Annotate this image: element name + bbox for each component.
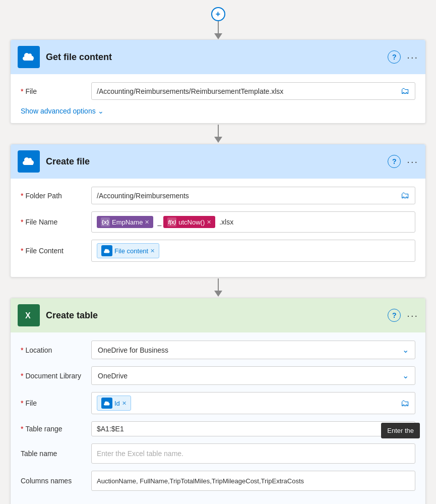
document-library-label: * Document Library [21, 372, 86, 380]
utcnow-label: utcNow() [178, 218, 205, 226]
table-name-placeholder: Enter the Excel table name. [97, 450, 183, 458]
table-range-input[interactable]: $A1:$E1 Enter the [91, 421, 415, 436]
file-content-close[interactable]: ✕ [150, 248, 155, 254]
columns-names-value: AuctionName, FullName,TripTotalMiles,Tri… [97, 477, 304, 485]
get-file-content-body: * File /Accounting/Reimbursements/Reimbu… [11, 74, 425, 123]
file-input[interactable]: /Accounting/Reimbursements/Reimbursement… [91, 82, 415, 100]
folder-path-label: * Folder Path [21, 192, 86, 200]
folder-path-folder-icon[interactable]: 🗂 [401, 190, 410, 201]
create-table-header: X Create table ? ··· [11, 298, 425, 332]
connector-2 [214, 277, 222, 298]
create-file-help-button[interactable]: ? [388, 155, 401, 168]
columns-names-input[interactable]: AuctionName, FullName,TripTotalMiles,Tri… [91, 471, 415, 491]
create-table-file-label: * File [21, 399, 86, 407]
columns-names-label: Columns names [21, 477, 86, 485]
columns-names-row: Columns names AuctionName, FullName,Trip… [21, 471, 415, 491]
file-folder-icon[interactable]: 🗂 [401, 86, 410, 96]
create-table-file-folder-icon[interactable]: 🗂 [401, 398, 410, 409]
file-content-row: * File Content File content ✕ [21, 240, 415, 262]
table-name-input[interactable]: Enter the Excel table name. [91, 443, 415, 464]
get-file-content-icon [18, 46, 40, 68]
add-step-top-button[interactable]: + [211, 7, 225, 21]
file-id-close[interactable]: ✕ [122, 400, 127, 407]
location-row: * Location OneDrive for Business ⌄ [21, 341, 415, 359]
file-id-tag[interactable]: Id ✕ [97, 396, 131, 411]
location-label: * Location [21, 346, 86, 354]
file-name-row: * File Name {x} EmpName ✕ _ f(x) utcNow(… [21, 211, 415, 233]
create-table-file-input[interactable]: Id ✕ 🗂 [91, 392, 415, 414]
create-table-file-row: * File Id ✕ 🗂 [21, 392, 415, 414]
create-file-body: * Folder Path /Accounting/Reimbursements… [11, 179, 425, 277]
filename-separator: _ [157, 218, 161, 226]
create-table-icon: X [18, 304, 40, 326]
chevron-down-icon: ⌄ [98, 107, 104, 115]
folder-path-row: * Folder Path /Accounting/Reimbursements… [21, 187, 415, 204]
document-library-row: * Document Library OneDrive ⌄ [21, 366, 415, 385]
file-content-cloud-icon [101, 245, 112, 256]
create-table-card: X Create table ? ··· * Location OneDrive… [10, 298, 426, 504]
empname-close[interactable]: ✕ [145, 219, 149, 226]
empname-label: EmpName [112, 218, 143, 226]
show-advanced-button[interactable]: Show advanced options ⌄ [21, 107, 415, 115]
file-id-label: Id [114, 400, 120, 407]
table-range-label: * Table range [21, 425, 86, 433]
table-range-tooltip: Enter the [381, 423, 420, 438]
file-field-row: * File /Accounting/Reimbursements/Reimbu… [21, 82, 415, 100]
utcnow-close[interactable]: ✕ [207, 219, 211, 226]
create-table-body: * Location OneDrive for Business ⌄ * Doc… [11, 332, 425, 504]
file-content-tag[interactable]: File content ✕ [97, 243, 159, 258]
file-content-label-tag: File content [114, 247, 148, 255]
document-library-chevron-icon: ⌄ [402, 371, 409, 380]
file-name-input[interactable]: {x} EmpName ✕ _ f(x) utcNow() ✕ .xlsx [91, 211, 415, 233]
create-table-more-button[interactable]: ··· [407, 310, 418, 321]
empname-icon: {x} [101, 217, 110, 227]
connector-1 [214, 124, 222, 144]
create-file-header: Create file ? ··· [11, 144, 425, 179]
create-table-help-button[interactable]: ? [388, 309, 401, 322]
get-file-content-help-button[interactable]: ? [388, 50, 401, 64]
file-value: /Accounting/Reimbursements/Reimbursement… [97, 87, 398, 95]
file-required-star: * [21, 87, 23, 95]
create-table-title: Create table [46, 310, 382, 321]
get-file-content-more-button[interactable]: ··· [407, 51, 418, 63]
get-file-content-header: Get file content ? ··· [11, 40, 425, 74]
get-file-content-title: Get file content [46, 52, 382, 63]
empname-tag[interactable]: {x} EmpName ✕ [97, 216, 153, 228]
document-library-value: OneDrive [98, 372, 402, 380]
folder-path-value: /Accounting/Reimbursements [97, 192, 398, 200]
top-connector: + [211, 5, 225, 39]
svg-text:X: X [25, 311, 31, 320]
location-value: OneDrive for Business [98, 346, 402, 354]
table-name-row: Table name Enter the Excel table name. [21, 443, 415, 464]
create-file-more-button[interactable]: ··· [407, 156, 418, 167]
document-library-dropdown[interactable]: OneDrive ⌄ [91, 366, 415, 385]
filename-extension: .xlsx [219, 218, 233, 226]
file-id-cloud-icon [101, 398, 112, 409]
create-file-title: Create file [46, 156, 382, 167]
file-name-label: * File Name [21, 218, 86, 226]
folder-path-input[interactable]: /Accounting/Reimbursements 🗂 [91, 187, 415, 204]
file-content-input[interactable]: File content ✕ [91, 240, 415, 262]
location-dropdown[interactable]: OneDrive for Business ⌄ [91, 341, 415, 359]
utcnow-tag[interactable]: f(x) utcNow() ✕ [163, 216, 215, 228]
table-range-value: $A1:$E1 [97, 425, 410, 433]
table-name-label: Table name [21, 450, 86, 458]
file-label: * File [21, 87, 86, 95]
location-chevron-icon: ⌄ [402, 345, 409, 355]
get-file-content-card: Get file content ? ··· * File /Accountin… [10, 39, 426, 124]
utcnow-icon: f(x) [167, 217, 176, 227]
file-content-label: * File Content [21, 247, 86, 255]
table-range-row: * Table range $A1:$E1 Enter the [21, 421, 415, 436]
create-file-card: Create file ? ··· * Folder Path /Account… [10, 144, 426, 277]
create-file-icon [18, 150, 40, 173]
